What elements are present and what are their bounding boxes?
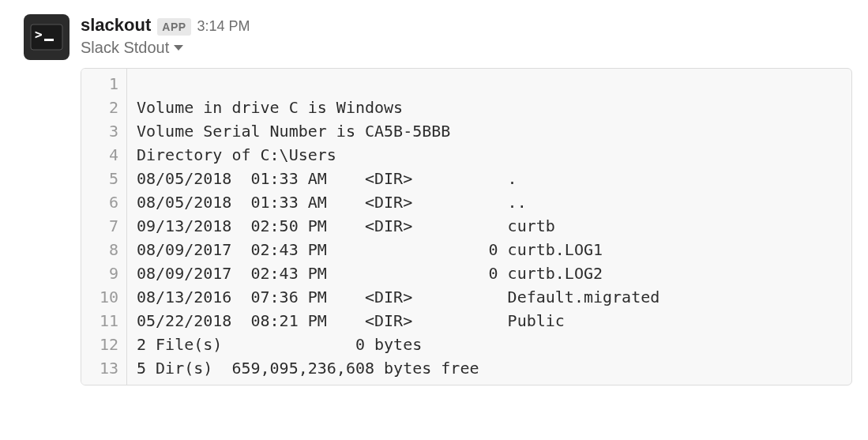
svg-rect-2 (44, 39, 54, 41)
line-number: 13 (81, 356, 118, 380)
chevron-down-icon (174, 45, 183, 51)
code-line: 2 File(s) 0 bytes (137, 333, 842, 356)
code-line: 05/22/2018 08:21 PM <DIR> Public (137, 309, 842, 333)
line-number: 11 (81, 309, 118, 333)
snippet-filename: Slack Stdout (81, 39, 169, 57)
svg-text:>: > (35, 27, 43, 42)
line-number: 4 (81, 143, 118, 167)
code-line: 09/13/2018 02:50 PM <DIR> curtb (137, 214, 842, 238)
line-number: 3 (81, 119, 118, 143)
line-number: 10 (81, 285, 118, 309)
line-number: 8 (81, 238, 118, 261)
avatar[interactable]: > (24, 14, 70, 60)
app-badge: APP (157, 18, 190, 36)
code-snippet[interactable]: 12345678910111213 Volume in drive C is W… (81, 68, 852, 385)
code-line: Directory of C:\Users (137, 143, 842, 167)
message-timestamp[interactable]: 3:14 PM (197, 17, 250, 36)
code-line: 08/05/2018 01:33 AM <DIR> . (137, 167, 842, 190)
line-number: 1 (81, 72, 118, 96)
code-line: 08/09/2017 02:43 PM 0 curtb.LOG1 (137, 238, 842, 261)
line-number: 6 (81, 190, 118, 214)
code-line: 5 Dir(s) 659,095,236,608 bytes free (137, 356, 842, 380)
line-number: 7 (81, 214, 118, 238)
line-number: 2 (81, 96, 118, 119)
code-line: Volume Serial Number is CA5B-5BBB (137, 119, 842, 143)
terminal-icon: > (29, 20, 64, 55)
code-line: 08/09/2017 02:43 PM 0 curtb.LOG2 (137, 261, 842, 285)
line-number-gutter: 12345678910111213 (81, 69, 127, 385)
line-number: 9 (81, 261, 118, 285)
message-body: slackout APP 3:14 PM Slack Stdout 123456… (81, 14, 852, 385)
code-line (137, 72, 842, 96)
code-line: 08/13/2016 07:36 PM <DIR> Default.migrat… (137, 285, 842, 309)
line-number: 5 (81, 167, 118, 190)
snippet-file-dropdown[interactable]: Slack Stdout (81, 39, 183, 57)
message-row: > slackout APP 3:14 PM Slack Stdout 1234… (0, 0, 868, 385)
message-header: slackout APP 3:14 PM (81, 14, 852, 37)
code-content: Volume in drive C is WindowsVolume Seria… (127, 69, 851, 385)
code-line: 08/05/2018 01:33 AM <DIR> .. (137, 190, 842, 214)
line-number: 12 (81, 333, 118, 356)
code-line: Volume in drive C is Windows (137, 96, 842, 119)
sender-name[interactable]: slackout (81, 14, 151, 37)
